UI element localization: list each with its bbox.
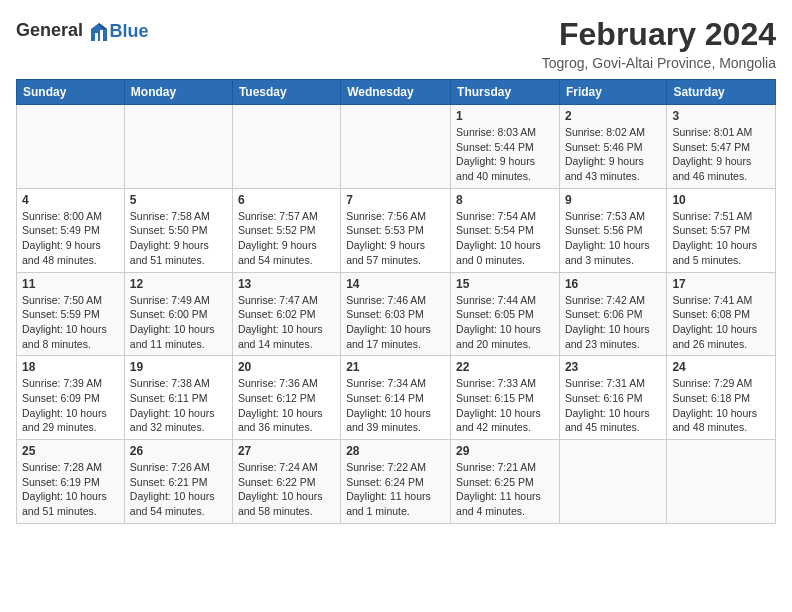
day-number: 5 (130, 193, 227, 207)
day-info: Sunrise: 8:02 AMSunset: 5:46 PMDaylight:… (565, 125, 661, 184)
calendar-week-row: 4Sunrise: 8:00 AMSunset: 5:49 PMDaylight… (17, 188, 776, 272)
svg-marker-0 (91, 23, 107, 41)
day-number: 8 (456, 193, 554, 207)
day-info: Sunrise: 7:34 AMSunset: 6:14 PMDaylight:… (346, 376, 445, 435)
calendar-cell: 5Sunrise: 7:58 AMSunset: 5:50 PMDaylight… (124, 188, 232, 272)
weekday-header-wednesday: Wednesday (341, 80, 451, 105)
day-info: Sunrise: 7:24 AMSunset: 6:22 PMDaylight:… (238, 460, 335, 519)
calendar-week-row: 18Sunrise: 7:39 AMSunset: 6:09 PMDayligh… (17, 356, 776, 440)
day-info: Sunrise: 7:41 AMSunset: 6:08 PMDaylight:… (672, 293, 770, 352)
day-number: 24 (672, 360, 770, 374)
day-number: 20 (238, 360, 335, 374)
day-number: 28 (346, 444, 445, 458)
calendar-table: SundayMondayTuesdayWednesdayThursdayFrid… (16, 79, 776, 524)
weekday-header-tuesday: Tuesday (232, 80, 340, 105)
day-info: Sunrise: 7:38 AMSunset: 6:11 PMDaylight:… (130, 376, 227, 435)
day-number: 7 (346, 193, 445, 207)
calendar-cell: 29Sunrise: 7:21 AMSunset: 6:25 PMDayligh… (451, 440, 560, 524)
calendar-cell: 6Sunrise: 7:57 AMSunset: 5:52 PMDaylight… (232, 188, 340, 272)
main-title: February 2024 (542, 16, 776, 53)
calendar-cell: 10Sunrise: 7:51 AMSunset: 5:57 PMDayligh… (667, 188, 776, 272)
calendar-cell: 24Sunrise: 7:29 AMSunset: 6:18 PMDayligh… (667, 356, 776, 440)
calendar-cell: 7Sunrise: 7:56 AMSunset: 5:53 PMDaylight… (341, 188, 451, 272)
day-number: 3 (672, 109, 770, 123)
calendar-cell: 28Sunrise: 7:22 AMSunset: 6:24 PMDayligh… (341, 440, 451, 524)
calendar-cell (667, 440, 776, 524)
calendar-cell: 13Sunrise: 7:47 AMSunset: 6:02 PMDayligh… (232, 272, 340, 356)
day-number: 15 (456, 277, 554, 291)
day-number: 17 (672, 277, 770, 291)
day-info: Sunrise: 7:36 AMSunset: 6:12 PMDaylight:… (238, 376, 335, 435)
calendar-week-row: 1Sunrise: 8:03 AMSunset: 5:44 PMDaylight… (17, 105, 776, 189)
calendar-cell: 4Sunrise: 8:00 AMSunset: 5:49 PMDaylight… (17, 188, 125, 272)
day-number: 9 (565, 193, 661, 207)
calendar-cell: 8Sunrise: 7:54 AMSunset: 5:54 PMDaylight… (451, 188, 560, 272)
calendar-cell: 1Sunrise: 8:03 AMSunset: 5:44 PMDaylight… (451, 105, 560, 189)
day-info: Sunrise: 7:53 AMSunset: 5:56 PMDaylight:… (565, 209, 661, 268)
day-info: Sunrise: 7:33 AMSunset: 6:15 PMDaylight:… (456, 376, 554, 435)
calendar-cell: 22Sunrise: 7:33 AMSunset: 6:15 PMDayligh… (451, 356, 560, 440)
day-info: Sunrise: 7:57 AMSunset: 5:52 PMDaylight:… (238, 209, 335, 268)
day-info: Sunrise: 7:54 AMSunset: 5:54 PMDaylight:… (456, 209, 554, 268)
weekday-header-saturday: Saturday (667, 80, 776, 105)
calendar-cell (341, 105, 451, 189)
day-number: 26 (130, 444, 227, 458)
logo: General Blue (16, 20, 149, 43)
calendar-cell: 11Sunrise: 7:50 AMSunset: 5:59 PMDayligh… (17, 272, 125, 356)
calendar-cell: 12Sunrise: 7:49 AMSunset: 6:00 PMDayligh… (124, 272, 232, 356)
day-number: 14 (346, 277, 445, 291)
day-number: 13 (238, 277, 335, 291)
logo-blue: Blue (110, 21, 149, 41)
calendar-cell: 27Sunrise: 7:24 AMSunset: 6:22 PMDayligh… (232, 440, 340, 524)
day-info: Sunrise: 7:28 AMSunset: 6:19 PMDaylight:… (22, 460, 119, 519)
day-info: Sunrise: 7:31 AMSunset: 6:16 PMDaylight:… (565, 376, 661, 435)
day-number: 12 (130, 277, 227, 291)
day-number: 4 (22, 193, 119, 207)
day-number: 29 (456, 444, 554, 458)
title-block: February 2024 Togrog, Govi-Altai Provinc… (542, 16, 776, 71)
logo-icon (89, 21, 109, 43)
day-info: Sunrise: 8:03 AMSunset: 5:44 PMDaylight:… (456, 125, 554, 184)
calendar-cell: 20Sunrise: 7:36 AMSunset: 6:12 PMDayligh… (232, 356, 340, 440)
calendar-cell (124, 105, 232, 189)
day-info: Sunrise: 7:29 AMSunset: 6:18 PMDaylight:… (672, 376, 770, 435)
calendar-cell: 25Sunrise: 7:28 AMSunset: 6:19 PMDayligh… (17, 440, 125, 524)
calendar-cell: 21Sunrise: 7:34 AMSunset: 6:14 PMDayligh… (341, 356, 451, 440)
calendar-week-row: 11Sunrise: 7:50 AMSunset: 5:59 PMDayligh… (17, 272, 776, 356)
calendar-cell: 18Sunrise: 7:39 AMSunset: 6:09 PMDayligh… (17, 356, 125, 440)
day-info: Sunrise: 7:58 AMSunset: 5:50 PMDaylight:… (130, 209, 227, 268)
day-number: 27 (238, 444, 335, 458)
day-info: Sunrise: 7:44 AMSunset: 6:05 PMDaylight:… (456, 293, 554, 352)
calendar-cell: 9Sunrise: 7:53 AMSunset: 5:56 PMDaylight… (559, 188, 666, 272)
day-info: Sunrise: 8:01 AMSunset: 5:47 PMDaylight:… (672, 125, 770, 184)
day-number: 10 (672, 193, 770, 207)
day-number: 2 (565, 109, 661, 123)
calendar-cell: 16Sunrise: 7:42 AMSunset: 6:06 PMDayligh… (559, 272, 666, 356)
calendar-cell: 26Sunrise: 7:26 AMSunset: 6:21 PMDayligh… (124, 440, 232, 524)
calendar-cell (17, 105, 125, 189)
day-number: 19 (130, 360, 227, 374)
day-info: Sunrise: 7:21 AMSunset: 6:25 PMDaylight:… (456, 460, 554, 519)
day-info: Sunrise: 7:26 AMSunset: 6:21 PMDaylight:… (130, 460, 227, 519)
day-number: 1 (456, 109, 554, 123)
day-info: Sunrise: 8:00 AMSunset: 5:49 PMDaylight:… (22, 209, 119, 268)
calendar-week-row: 25Sunrise: 7:28 AMSunset: 6:19 PMDayligh… (17, 440, 776, 524)
calendar-cell: 19Sunrise: 7:38 AMSunset: 6:11 PMDayligh… (124, 356, 232, 440)
day-info: Sunrise: 7:50 AMSunset: 5:59 PMDaylight:… (22, 293, 119, 352)
calendar-cell: 15Sunrise: 7:44 AMSunset: 6:05 PMDayligh… (451, 272, 560, 356)
day-info: Sunrise: 7:42 AMSunset: 6:06 PMDaylight:… (565, 293, 661, 352)
calendar-cell: 23Sunrise: 7:31 AMSunset: 6:16 PMDayligh… (559, 356, 666, 440)
day-info: Sunrise: 7:56 AMSunset: 5:53 PMDaylight:… (346, 209, 445, 268)
calendar-cell: 3Sunrise: 8:01 AMSunset: 5:47 PMDaylight… (667, 105, 776, 189)
weekday-header-thursday: Thursday (451, 80, 560, 105)
day-info: Sunrise: 7:39 AMSunset: 6:09 PMDaylight:… (22, 376, 119, 435)
day-number: 22 (456, 360, 554, 374)
weekday-header-monday: Monday (124, 80, 232, 105)
day-number: 25 (22, 444, 119, 458)
svg-rect-3 (100, 30, 103, 41)
logo-general: General (16, 20, 83, 40)
weekday-header-friday: Friday (559, 80, 666, 105)
day-number: 23 (565, 360, 661, 374)
weekday-header-sunday: Sunday (17, 80, 125, 105)
day-info: Sunrise: 7:46 AMSunset: 6:03 PMDaylight:… (346, 293, 445, 352)
